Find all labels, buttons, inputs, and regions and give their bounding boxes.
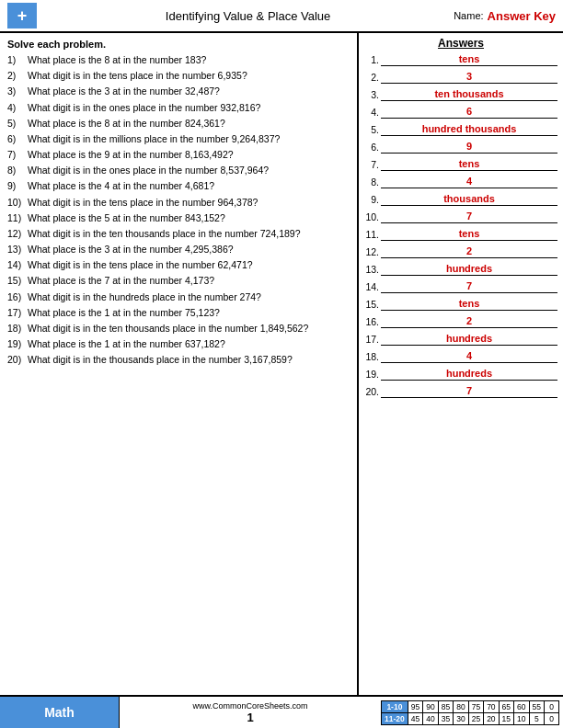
answer-row: 19. hundreds	[364, 366, 557, 382]
answer-line: 2	[381, 245, 557, 258]
score-cell: 75	[468, 700, 483, 712]
question-text: What place is the 7 at in the number 4,1…	[28, 274, 350, 287]
question-row: 13)What place is the 3 at in the number …	[7, 243, 350, 256]
question-row: 12)What digit is in the ten thousands pl…	[7, 227, 350, 240]
logo-box: +	[7, 3, 37, 28]
question-number: 8)	[7, 164, 28, 176]
answer-number: 4.	[364, 107, 381, 118]
question-number: 4)	[7, 101, 28, 114]
question-row: 17)What place is the 1 at in the number …	[7, 306, 350, 319]
logo-plus-icon: +	[17, 7, 28, 24]
score-cell: 10	[514, 712, 529, 724]
answer-row: 11. tens	[364, 226, 557, 243]
answer-text: 2	[466, 245, 472, 256]
question-row: 3)What place is the 3 at in the number 3…	[7, 85, 350, 97]
questions-list: 1)What place is the 8 at in the number 1…	[7, 53, 350, 366]
answer-row: 6. 9	[364, 139, 557, 155]
answer-number: 6.	[364, 142, 381, 153]
answer-text: tens	[459, 158, 480, 169]
question-row: 18)What digit is in the ten thousands pl…	[7, 322, 350, 335]
answer-row: 20. 7	[364, 383, 557, 400]
answer-number: 1.	[364, 54, 381, 65]
question-text: What digit is in the hundreds place in t…	[28, 290, 350, 303]
answer-line: 3	[381, 71, 557, 84]
footer-score-section: 1-10959085807570656055011-20454035302520…	[381, 697, 563, 728]
answer-number: 15.	[364, 299, 381, 310]
questions-panel: Solve each problem. 1)What place is the …	[0, 33, 359, 695]
answer-number: 17.	[364, 334, 381, 345]
question-row: 14)What digit is in the tens place in th…	[7, 258, 350, 271]
answer-row: 4. 6	[364, 104, 557, 120]
score-cell: 35	[438, 712, 453, 724]
answer-row: 10. 7	[364, 209, 557, 225]
question-text: What place is the 8 at in the number 183…	[28, 53, 350, 66]
answer-line: hundreds	[381, 263, 557, 276]
question-row: 9)What place is the 4 at in the number 4…	[7, 179, 350, 192]
question-number: 3)	[7, 85, 28, 97]
answer-text: thousands	[443, 193, 495, 204]
question-text: What digit is in the thousands place in …	[28, 353, 350, 366]
question-text: What digit is in the ones place in the n…	[28, 101, 350, 114]
question-text: What place is the 4 at in the number 4,6…	[28, 179, 350, 192]
question-number: 6)	[7, 132, 28, 145]
answer-number: 10.	[364, 211, 381, 222]
question-row: 5)What place is the 8 at in the number 8…	[7, 117, 350, 130]
answer-row: 2. 3	[364, 69, 557, 85]
answers-panel: Answers 1. tens 2. 3 3. ten thousands 4.…	[359, 33, 563, 695]
answer-line: thousands	[381, 193, 557, 206]
question-row: 16)What digit is in the hundreds place i…	[7, 290, 350, 303]
question-number: 19)	[7, 337, 28, 350]
answer-text: 2	[466, 315, 472, 326]
answer-number: 11.	[364, 229, 381, 240]
answer-line: 9	[381, 141, 557, 154]
question-text: What place is the 1 at in the number 75,…	[28, 306, 350, 319]
footer-center: www.CommonCoreSheets.com 1	[120, 697, 381, 728]
answer-text: 9	[466, 141, 472, 152]
score-cell: 20	[484, 712, 499, 724]
answer-line: hundreds	[381, 368, 557, 381]
question-text: What digit is in the tens place in the n…	[28, 258, 350, 271]
answers-title: Answers	[364, 37, 557, 50]
answer-text: hundreds	[446, 368, 492, 379]
answer-number: 14.	[364, 281, 381, 292]
answer-text: hundred thousands	[422, 123, 517, 134]
answer-text: 4	[466, 176, 472, 187]
score-cell: 65	[499, 700, 513, 712]
question-text: What place is the 1 at in the number 637…	[28, 337, 350, 350]
question-row: 19)What place is the 1 at in the number …	[7, 337, 350, 350]
answer-row: 8. 4	[364, 174, 557, 190]
answer-row: 15. tens	[364, 296, 557, 313]
answer-number: 7.	[364, 159, 381, 170]
answer-number: 16.	[364, 316, 381, 327]
question-number: 10)	[7, 196, 28, 209]
question-number: 13)	[7, 243, 28, 256]
answer-number: 9.	[364, 194, 381, 205]
answers-list: 1. tens 2. 3 3. ten thousands 4. 6 5. hu…	[364, 51, 557, 400]
main-content: Solve each problem. 1)What place is the …	[0, 33, 563, 695]
question-row: 11)What place is the 5 at in the number …	[7, 211, 350, 224]
answer-line: 7	[381, 385, 557, 398]
question-text: What digit is in the millions place in t…	[28, 132, 350, 145]
question-row: 10)What digit is in the tens place in th…	[7, 196, 350, 209]
score-cell: 95	[408, 700, 422, 712]
answer-text: hundreds	[446, 263, 492, 274]
answer-key-label: Answer Key	[488, 9, 556, 23]
footer-website: www.CommonCoreSheets.com	[192, 701, 307, 711]
answer-text: 4	[466, 350, 472, 361]
score-cell: 40	[423, 712, 438, 724]
answer-text: tens	[459, 53, 480, 64]
answer-row: 18. 4	[364, 348, 557, 365]
answer-number: 19.	[364, 369, 381, 380]
answer-line: tens	[381, 228, 557, 241]
answer-number: 13.	[364, 264, 381, 275]
question-number: 9)	[7, 179, 28, 192]
score-cell: 15	[499, 712, 513, 724]
footer-math-label: Math	[0, 697, 120, 728]
score-cell: 45	[408, 712, 422, 724]
answer-row: 14. 7	[364, 279, 557, 295]
answer-number: 5.	[364, 124, 381, 135]
answer-line: 4	[381, 350, 557, 363]
score-table: 1-10959085807570656055011-20454035302520…	[381, 700, 559, 725]
question-number: 5)	[7, 117, 28, 130]
question-text: What digit is in the ones place in the n…	[28, 164, 350, 176]
